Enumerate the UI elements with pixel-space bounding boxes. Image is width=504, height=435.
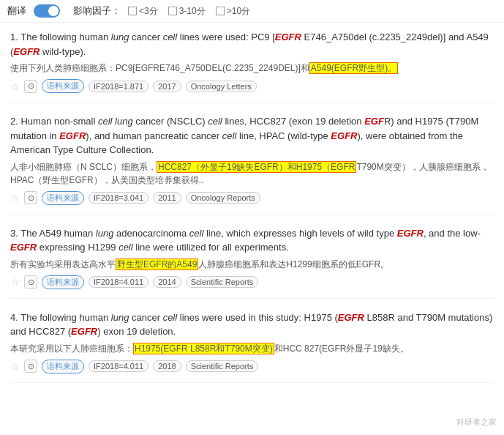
if-tag-1: IF2018=1.871 [89, 81, 148, 92]
year-tag-3: 2014 [153, 276, 181, 288]
cell-4: cell [163, 312, 178, 323]
star-4[interactable]: ☆ [10, 360, 20, 372]
if-filter-low[interactable]: <3分 [128, 5, 158, 18]
source-tag-4[interactable]: 语料来源 [42, 360, 84, 373]
result-1-number: 1. [10, 31, 20, 42]
result-4-number: 4. [10, 312, 20, 323]
cell-1: cell [163, 31, 178, 42]
year-tag-4: 2018 [153, 360, 181, 372]
result-1-cn: 使用下列人类肺癌细胞系：PC9[EGFRE746_A750DEL(C.2235_… [10, 62, 494, 75]
lung-1: lung [111, 31, 129, 42]
result-3-en: 3. The A549 human lung adenocarcinoma ce… [10, 226, 494, 255]
egfr-3a: EGFR [397, 228, 424, 239]
cell-2: cell [208, 116, 222, 127]
result-item-1: 1. The following human lung cancer cell … [10, 30, 494, 103]
result-item-2: 2. Human non-small cell lung cancer (NSC… [10, 114, 494, 215]
journal-tag-4: Scientific Reports [186, 360, 259, 372]
if-tag-3: IF2018=4.011 [89, 276, 148, 288]
egfr-3b: EGFR [10, 242, 37, 253]
result-2-cn: 人非小细胞肺癌（N SCLC）细胞系，HCC827（外显子19缺失EGFR）和H… [10, 160, 494, 187]
star-1[interactable]: ☆ [10, 81, 20, 92]
highlight-1: A549(EGFR野生型)。 [309, 62, 398, 74]
year-tag-1: 2017 [153, 81, 181, 92]
result-2-number: 2. [10, 116, 20, 127]
year-tag-2: 2011 [153, 192, 181, 204]
if-filter-mid[interactable]: 3-10分 [168, 5, 206, 18]
highlight-3: 野生型EGFR的A549 [116, 259, 198, 270]
if-filter-high[interactable]: >10分 [216, 5, 250, 18]
egfr-1a: EGFR [275, 31, 301, 42]
highlight-2: HCC827（外显子19缺失EGFR）和H1975（EGFR [157, 161, 356, 173]
cell-2b: cell [222, 130, 237, 141]
result-4-meta: ☆ ⊙ 语料来源 IF2018=4.011 2018 Scientific Re… [10, 360, 494, 373]
result-3-number: 3. [10, 228, 20, 239]
source-tag-3[interactable]: 语料来源 [42, 275, 84, 289]
top-bar: 翻译 影响因子： <3分 3-10分 >10分 [0, 0, 504, 23]
translate-toggle[interactable] [34, 4, 60, 18]
result-4-cn: 本研究采用以下人肺癌细胞系：H1975(EGFR L858R和T790M突变)和… [10, 342, 494, 355]
cell-lung-2: cell lung [98, 116, 133, 127]
result-1-en: 1. The following human lung cancer cell … [10, 30, 494, 59]
egfr-2a: EGF [364, 116, 384, 127]
lung-4: lung [111, 312, 129, 323]
result-item-4: 4. The following human lung cancer cell … [10, 311, 494, 383]
highlight-4: H1975(EGFR L858R和T790M突变) [133, 343, 274, 354]
result-1-meta: ☆ ⊙ 语料来源 IF2018=1.871 2017 Oncology Lett… [10, 79, 494, 93]
result-4-en: 4. The following human lung cancer cell … [10, 311, 494, 339]
star-2[interactable]: ☆ [10, 192, 20, 204]
source-tag-1[interactable]: 语料来源 [42, 79, 84, 93]
lung-3: lung [96, 228, 114, 239]
star-3[interactable]: ☆ [10, 276, 20, 288]
translate-label: 翻译 [7, 4, 26, 18]
checkbox-low[interactable] [128, 7, 137, 15]
if-tag-2: IF2018=3.041 [89, 192, 148, 204]
result-item-3: 3. The A549 human lung adenocarcinoma ce… [10, 226, 494, 299]
egfr-4a: EGFR [338, 312, 364, 323]
cell-3: cell [189, 228, 204, 239]
egfr-2c: EGFR [331, 130, 357, 141]
egfr-1b: EGFR [13, 46, 40, 57]
copy-btn-4[interactable]: ⊙ [24, 360, 37, 373]
source-tag-2[interactable]: 语料来源 [42, 191, 84, 205]
egfr-4b: EGFR [71, 326, 97, 337]
if-filter-group: <3分 3-10分 >10分 [128, 5, 250, 18]
checkbox-high[interactable] [216, 7, 225, 15]
result-3-meta: ☆ ⊙ 语料来源 IF2018=4.011 2014 Scientific Re… [10, 275, 494, 289]
egfr-2b: EGFR [59, 130, 86, 141]
if-label: 影响因子： [73, 4, 121, 18]
checkbox-mid[interactable] [168, 7, 177, 15]
if-tag-4: IF2018=4.011 [89, 360, 148, 372]
journal-tag-3: Scientific Reports [186, 276, 259, 288]
result-2-meta: ☆ ⊙ 语料来源 IF2018=3.041 2011 Oncology Repo… [10, 191, 494, 205]
result-2-en: 2. Human non-small cell lung cancer (NSC… [10, 114, 494, 157]
copy-btn-1[interactable]: ⊙ [24, 80, 37, 93]
journal-tag-2: Oncology Reports [186, 192, 260, 204]
journal-tag-1: Oncology Letters [186, 81, 257, 92]
copy-btn-3[interactable]: ⊙ [24, 275, 37, 289]
watermark: 科研者之家 [456, 417, 497, 428]
copy-btn-2[interactable]: ⊙ [24, 191, 37, 204]
results-container: 1. The following human lung cancer cell … [0, 23, 504, 402]
result-3-cn: 所有实验均采用表达高水平野生型EGFR的A549人肺腺癌细胞系和表达H1299细… [10, 258, 494, 271]
cell-3b: cell [119, 242, 133, 253]
